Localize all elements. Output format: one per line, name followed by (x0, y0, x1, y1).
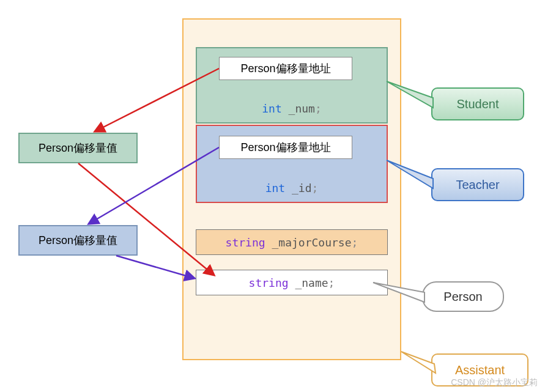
major-course-box: string _majorCourse; (196, 229, 388, 255)
major-semicolon: ; (352, 236, 358, 249)
teacher-member-row: int _id; (196, 177, 388, 199)
svg-marker-7 (401, 352, 436, 373)
callout-student: Student (431, 87, 524, 120)
student-semicolon: ; (315, 102, 322, 115)
callout-person-label: Person (443, 290, 482, 304)
teacher-member-type: int (265, 182, 286, 194)
callout-teacher: Teacher (431, 168, 524, 201)
teacher-offset-addr-box: Person偏移量地址 (219, 136, 352, 159)
teacher-member-name: _id (285, 182, 311, 194)
student-offset-addr-box: Person偏移量地址 (219, 57, 352, 80)
name-name: _name (289, 276, 328, 289)
callout-person: Person (422, 281, 504, 312)
teacher-offset-addr-label: Person偏移量地址 (240, 140, 330, 155)
watermark-text: CSDN @沪太路小宝莉 (451, 377, 538, 388)
green-offset-value-label: Person偏移量值 (39, 141, 117, 155)
callout-assistant-label: Assistant (455, 363, 505, 377)
student-member-type: int (262, 102, 282, 115)
callout-teacher-label: Teacher (456, 178, 499, 192)
blue-offset-value-box: Person偏移量值 (18, 225, 138, 256)
blue-offset-value-label: Person偏移量值 (39, 233, 117, 248)
green-offset-value-box: Person偏移量值 (18, 133, 138, 163)
name-semicolon: ; (328, 276, 335, 289)
student-member-row: int _num; (196, 98, 388, 119)
name-member-box: string _name; (196, 270, 388, 295)
name-type: string (249, 276, 289, 289)
teacher-semicolon: ; (312, 182, 319, 194)
student-offset-addr-label: Person偏移量地址 (240, 61, 330, 76)
major-name: _majorCourse (265, 236, 352, 249)
student-member-name: _num (282, 102, 315, 115)
callout-student-label: Student (457, 97, 499, 111)
major-type: string (226, 236, 265, 249)
diagram-canvas: Person偏移量地址 int _num; Person偏移量地址 int _i… (0, 0, 545, 392)
